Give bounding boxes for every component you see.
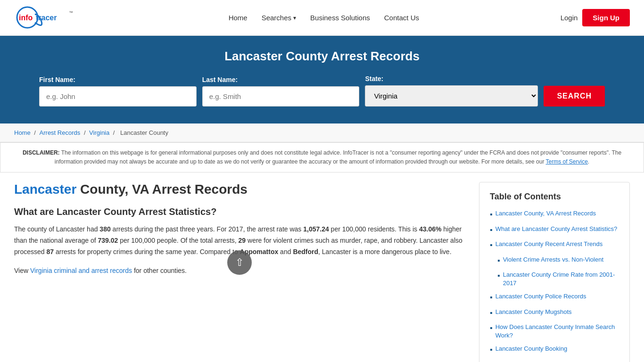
breadcrumb-virginia[interactable]: Virginia bbox=[89, 129, 109, 136]
toc-item: ▪Lancaster County Mugshots bbox=[490, 308, 619, 318]
table-of-contents: Table of Contents ▪Lancaster County, VA … bbox=[479, 182, 630, 362]
stats-heading: What are Lancaster County Arrest Statist… bbox=[14, 206, 465, 217]
toc-bullet-icon: ▪ bbox=[490, 292, 493, 303]
para1-part1: The county of Lancaster had bbox=[14, 225, 99, 233]
toc-link[interactable]: How Does Lancaster County Inmate Search … bbox=[495, 323, 619, 340]
last-name-label: Last Name: bbox=[202, 76, 360, 83]
toc-bullet-icon: ▪ bbox=[490, 323, 493, 333]
para1-part8: , Lancaster is a more dangerous place to… bbox=[318, 248, 452, 255]
nav-contact-us[interactable]: Contact Us bbox=[384, 14, 419, 22]
article-heading: Lancaster County, VA Arrest Records bbox=[14, 182, 465, 197]
disclaimer-label: DISCLAIMER: bbox=[23, 149, 60, 156]
toc-heading: Table of Contents bbox=[490, 192, 619, 202]
toc-bullet-icon: ▪ bbox=[497, 255, 500, 266]
toc-item: ▪How Does Lancaster County Inmate Search… bbox=[490, 323, 619, 340]
nav-searches[interactable]: Searches ▾ bbox=[262, 14, 296, 22]
auth-buttons: Login Sign Up bbox=[561, 9, 630, 26]
breadcrumb-arrest-records[interactable]: Arrest Records bbox=[40, 129, 81, 136]
main-nav: Home Searches ▾ Business Solutions Conta… bbox=[229, 14, 419, 22]
toc-bullet-icon: ▪ bbox=[490, 225, 493, 235]
compare2: Bedford bbox=[293, 248, 318, 255]
violent-count: 29 bbox=[239, 237, 246, 244]
hero-section: Lancaster County Arrest Records First Na… bbox=[0, 36, 644, 123]
toc-item: ▪Lancaster County Recent Arrest Trends bbox=[490, 240, 619, 250]
heading-rest: County, VA Arrest Records bbox=[76, 182, 248, 197]
chevron-down-icon: ▾ bbox=[293, 15, 296, 21]
toc-link[interactable]: Lancaster County Booking bbox=[495, 345, 567, 353]
toc-bullet-icon: ▪ bbox=[490, 308, 493, 318]
toc-link[interactable]: Lancaster County Police Records bbox=[495, 292, 586, 301]
toc-link[interactable]: Lancaster County Recent Arrest Trends bbox=[495, 240, 603, 248]
para1-part2: arrests during the past three years. For… bbox=[111, 225, 304, 233]
toc-bullet-icon: ▪ bbox=[490, 209, 493, 220]
toc-item: ▪Lancaster County Booking bbox=[490, 345, 619, 355]
search-form: First Name: Last Name: State: Virginia S… bbox=[39, 75, 605, 107]
property-count: 87 bbox=[46, 248, 54, 255]
para1-part5: per 100,000 people. Of the total arrests… bbox=[118, 237, 238, 244]
state-label: State: bbox=[365, 75, 538, 82]
disclaimer-text: The information on this webpage is for g… bbox=[55, 149, 621, 165]
toc-link[interactable]: Lancaster County Jail bbox=[495, 360, 554, 362]
view-link-suffix: for other counties. bbox=[132, 267, 187, 274]
hero-title: Lancaster County Arrest Records bbox=[14, 49, 630, 64]
view-text: View bbox=[14, 267, 30, 274]
higher-pct: 43.06% bbox=[419, 225, 441, 233]
svg-text:tracer: tracer bbox=[36, 14, 57, 22]
toc-item: ▪Lancaster County, VA Arrest Records bbox=[490, 209, 619, 220]
svg-text:™: ™ bbox=[69, 10, 73, 15]
toc-item: ▪Lancaster County Jail bbox=[490, 360, 619, 362]
para1-part3: per 100,000 residents. This is bbox=[329, 225, 419, 233]
toc-link[interactable]: What are Lancaster County Arrest Statist… bbox=[495, 225, 618, 233]
toc-link[interactable]: Lancaster County Mugshots bbox=[495, 308, 572, 316]
signup-button[interactable]: Sign Up bbox=[582, 9, 630, 26]
nav-business-solutions[interactable]: Business Solutions bbox=[310, 14, 370, 22]
search-button[interactable]: SEARCH bbox=[544, 86, 605, 107]
nav-home[interactable]: Home bbox=[229, 14, 248, 22]
toc-item: ▪Lancaster County Police Records bbox=[490, 292, 619, 303]
last-name-input[interactable] bbox=[202, 86, 360, 107]
state-select[interactable]: Virginia bbox=[365, 85, 538, 107]
disclaimer-box: DISCLAIMER: The information on this webp… bbox=[0, 142, 644, 173]
toc-link[interactable]: Lancaster County Crime Rate from 2001-20… bbox=[503, 271, 619, 288]
toc-list: ▪Lancaster County, VA Arrest Records▪Wha… bbox=[490, 209, 619, 362]
toc-bullet-icon: ▪ bbox=[490, 345, 493, 355]
toc-item: ▪Violent Crime Arrests vs. Non-Violent bbox=[490, 255, 619, 266]
national-avg: 739.02 bbox=[98, 237, 118, 244]
arrest-rate: 1,057.24 bbox=[303, 225, 329, 233]
first-name-label: First Name: bbox=[39, 76, 197, 83]
svg-text:info: info bbox=[19, 14, 33, 22]
toc-bullet-icon: ▪ bbox=[490, 240, 493, 250]
breadcrumb-home[interactable]: Home bbox=[14, 129, 31, 136]
site-header: info tracer ™ Home Searches ▾ Business S… bbox=[0, 0, 644, 36]
heading-highlight: Lancaster bbox=[14, 182, 76, 197]
toc-link[interactable]: Lancaster County, VA Arrest Records bbox=[495, 209, 596, 218]
first-name-group: First Name: bbox=[39, 76, 197, 107]
toc-link[interactable]: Violent Crime Arrests vs. Non-Violent bbox=[503, 255, 603, 264]
terms-of-service-link[interactable]: Terms of Service bbox=[546, 158, 588, 165]
login-button[interactable]: Login bbox=[561, 14, 578, 22]
breadcrumb-lancaster-county: Lancaster County bbox=[120, 129, 168, 136]
logo[interactable]: info tracer ™ bbox=[14, 5, 87, 31]
para1-part7: arrests for property crimes during the s… bbox=[54, 248, 240, 255]
first-name-input[interactable] bbox=[39, 86, 197, 107]
arrests-count: 380 bbox=[99, 225, 110, 233]
state-group: State: Virginia bbox=[365, 75, 538, 107]
scroll-up-button[interactable]: ⇧ bbox=[227, 250, 252, 275]
toc-item: ▪What are Lancaster County Arrest Statis… bbox=[490, 225, 619, 235]
breadcrumb: Home / Arrest Records / Virginia / Lanca… bbox=[0, 123, 644, 142]
article: Lancaster County, VA Arrest Records What… bbox=[14, 182, 479, 284]
toc-bullet-icon: ▪ bbox=[490, 360, 493, 362]
virginia-records-link[interactable]: Virginia criminal and arrest records bbox=[30, 267, 132, 274]
toc-bullet-icon: ▪ bbox=[497, 271, 500, 281]
toc-item: ▪Lancaster County Crime Rate from 2001-2… bbox=[490, 271, 619, 288]
last-name-group: Last Name: bbox=[202, 76, 360, 107]
main-content: Lancaster County, VA Arrest Records What… bbox=[0, 173, 644, 362]
